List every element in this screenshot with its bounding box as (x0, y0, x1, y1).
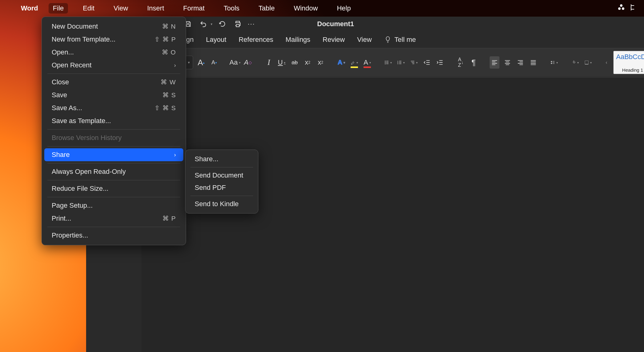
file-menu-item[interactable]: Open Recent› (44, 59, 183, 72)
decrease-indent-icon[interactable] (422, 56, 432, 69)
menubar-edit[interactable]: Edit (78, 3, 99, 14)
multilevel-list-icon[interactable] (409, 56, 419, 69)
subscript-button[interactable]: x2 (303, 56, 312, 69)
menubar-table[interactable]: Table (254, 3, 279, 14)
status-cluster-icon[interactable] (618, 4, 625, 13)
menu-item-label: Open... (52, 48, 74, 56)
quick-access-more[interactable]: ··· (248, 20, 255, 28)
italic-button[interactable]: I (264, 56, 274, 69)
chevron-right-icon: › (174, 62, 176, 69)
menu-separator (47, 129, 180, 130)
menu-item-label: New Document (52, 22, 98, 30)
svg-rect-9 (585, 61, 588, 64)
undo-dropdown-caret[interactable]: ▾ (211, 22, 213, 26)
menu-separator (47, 197, 180, 197)
file-menu-dropdown: New Document⌘ NNew from Template...⇧ ⌘ P… (42, 17, 186, 245)
numbered-list-icon[interactable]: 123 (396, 56, 406, 69)
tab-view[interactable]: View (357, 36, 372, 44)
text-effects-icon[interactable]: A (336, 56, 346, 69)
menu-item-label: Print... (52, 214, 71, 222)
document-title: Document1 (317, 20, 354, 28)
tell-me-label: Tell me (395, 36, 416, 44)
align-justify-icon[interactable] (528, 56, 538, 69)
tab-references[interactable]: References (239, 36, 273, 44)
menu-item-label: Save as Template... (52, 117, 111, 125)
file-menu-item[interactable]: Share› (44, 148, 183, 161)
svg-text:3: 3 (397, 63, 398, 65)
font-color-icon[interactable]: A (362, 56, 372, 69)
tab-mailings[interactable]: Mailings (285, 36, 310, 44)
svg-point-4 (385, 62, 386, 63)
align-right-icon[interactable] (515, 56, 525, 69)
increase-font-size-icon[interactable]: A▴ (196, 56, 206, 69)
status-partial-icon[interactable] (630, 4, 637, 13)
file-menu-item[interactable]: Close⌘ W (44, 76, 183, 89)
share-submenu-item[interactable]: Send Document (188, 169, 256, 182)
tab-review[interactable]: Review (323, 36, 345, 44)
menubar-help[interactable]: Help (332, 3, 355, 14)
borders-icon[interactable] (583, 56, 593, 69)
menubar-insert[interactable]: Insert (143, 3, 168, 14)
menu-item-label: Open Recent (52, 61, 92, 69)
file-menu-item[interactable]: Reduce File Size... (44, 182, 183, 195)
styles-expand-left-icon[interactable]: ‹ (602, 51, 611, 74)
align-center-icon[interactable] (503, 56, 512, 69)
file-menu-item[interactable]: Properties... (44, 229, 183, 242)
lightbulb-icon (384, 36, 392, 43)
menubar-app-name[interactable]: Word (21, 4, 38, 12)
bullet-list-icon[interactable] (383, 56, 393, 69)
menu-item-label: Close (52, 78, 69, 86)
strikethrough-button[interactable]: ab (290, 56, 300, 69)
menu-item-shortcut: ⇧ ⌘ S (154, 104, 176, 112)
menu-separator (190, 196, 253, 196)
chevron-right-icon: › (174, 152, 176, 158)
line-spacing-icon[interactable] (549, 56, 559, 69)
file-menu-item[interactable]: Page Setup... (44, 199, 183, 212)
shading-icon[interactable] (570, 56, 580, 69)
file-menu-item[interactable]: Save As...⇧ ⌘ S (44, 102, 183, 114)
highlight-color-icon[interactable] (349, 56, 359, 69)
sort-icon[interactable]: AZ↓ (456, 56, 466, 69)
tab-layout[interactable]: Layout (206, 36, 226, 44)
share-submenu-item[interactable]: Send to Kindle (188, 198, 256, 210)
file-menu-item[interactable]: New Document⌘ N (44, 20, 183, 33)
paragraph-marks-icon[interactable]: ¶ (469, 56, 479, 69)
underline-button[interactable]: U (277, 56, 287, 69)
menubar-view[interactable]: View (109, 3, 132, 14)
change-case-icon[interactable]: Aa (230, 56, 240, 69)
decrease-font-size-icon[interactable]: A▾ (209, 56, 219, 69)
document-canvas[interactable] (141, 77, 644, 352)
share-submenu-item[interactable]: Send PDF (188, 182, 256, 194)
menubar-window[interactable]: Window (289, 3, 322, 14)
clear-formatting-icon[interactable]: A◇ (243, 56, 253, 69)
align-left-icon[interactable] (490, 56, 499, 69)
menu-item-label: Share... (195, 155, 218, 163)
file-menu-item[interactable]: Save as Template... (44, 114, 183, 127)
menu-item-label: Browse Version History (52, 134, 121, 142)
menu-separator (190, 167, 253, 167)
superscript-button[interactable]: x2 (316, 56, 325, 69)
style-heading1[interactable]: AaBbCcDc Heading 1 (613, 51, 644, 74)
undo-icon[interactable] (198, 18, 209, 30)
file-menu-item[interactable]: New from Template...⇧ ⌘ P (44, 33, 183, 46)
file-menu-item[interactable]: Save⌘ S (44, 89, 183, 102)
menu-item-label: Properties... (52, 231, 88, 239)
increase-indent-icon[interactable] (435, 56, 445, 69)
menu-item-shortcut: ⌘ O (162, 49, 176, 56)
file-menu-item[interactable]: Open...⌘ O (44, 46, 183, 59)
file-menu-item[interactable]: Always Open Read-Only (44, 165, 183, 178)
menu-item-shortcut: ⌘ P (162, 215, 176, 222)
menubar-format[interactable]: Format (179, 3, 209, 14)
chevron-down-icon: ▾ (188, 60, 190, 65)
share-submenu-item[interactable]: Share... (188, 153, 256, 165)
menubar-file[interactable]: File (49, 3, 68, 14)
svg-point-1 (618, 7, 621, 10)
menubar-tools[interactable]: Tools (219, 3, 244, 14)
redo-icon[interactable] (217, 18, 228, 30)
svg-point-5 (385, 63, 386, 64)
print-icon[interactable] (232, 18, 243, 30)
svg-point-3 (385, 61, 386, 62)
tell-me-search[interactable]: Tell me (384, 36, 416, 44)
svg-point-0 (620, 4, 622, 7)
file-menu-item[interactable]: Print...⌘ P (44, 212, 183, 225)
